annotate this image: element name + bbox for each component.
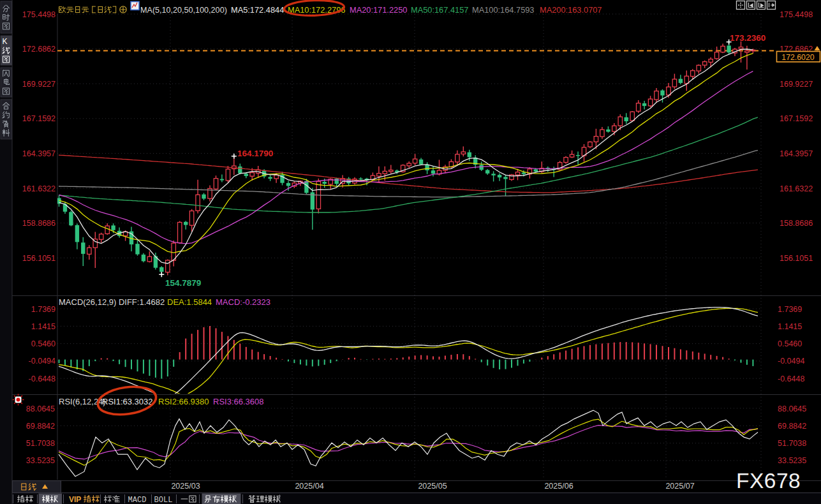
svg-text:164.3957: 164.3957: [22, 149, 55, 158]
svg-text:69.8842: 69.8842: [26, 422, 55, 431]
svg-text:1.1415: 1.1415: [778, 322, 802, 331]
svg-text:MA5:172.4844: MA5:172.4844: [231, 5, 284, 15]
svg-text:MACD:-0.2323: MACD:-0.2323: [216, 297, 270, 307]
svg-text:RSI2:66.9380: RSI2:66.9380: [158, 397, 209, 406]
svg-text:-0.0494: -0.0494: [778, 357, 804, 366]
svg-text:69.8842: 69.8842: [778, 422, 806, 431]
svg-text:169.9227: 169.9227: [22, 80, 55, 89]
svg-text:MA100:164.7593: MA100:164.7593: [472, 5, 534, 15]
svg-text:154.7879: 154.7879: [165, 278, 201, 288]
svg-text:167.1592: 167.1592: [22, 114, 55, 123]
svg-text:-0.6448: -0.6448: [29, 374, 55, 383]
svg-text:MA(5,10,20,50,100,200): MA(5,10,20,50,100,200): [140, 6, 227, 15]
svg-text:33.5235: 33.5235: [26, 456, 55, 465]
svg-text:2025/05: 2025/05: [418, 482, 447, 491]
svg-text:175.4498: 175.4498: [780, 10, 813, 19]
svg-text:156.1051: 156.1051: [780, 254, 813, 263]
svg-text:2025/07: 2025/07: [665, 482, 694, 491]
svg-text:158.8686: 158.8686: [22, 219, 55, 228]
svg-text:172.6862: 172.6862: [22, 45, 55, 54]
svg-text:-0.0494: -0.0494: [29, 357, 55, 366]
svg-text:161.6322: 161.6322: [780, 184, 813, 193]
svg-text:1.7369: 1.7369: [31, 305, 55, 314]
svg-text:156.1051: 156.1051: [22, 254, 55, 263]
svg-text:0.5460: 0.5460: [31, 339, 55, 348]
svg-text:173.2360: 173.2360: [730, 33, 766, 43]
svg-text:-0.6448: -0.6448: [778, 374, 804, 383]
svg-text:MACD(26,12,9) DIFF:1.4682: MACD(26,12,9) DIFF:1.4682: [59, 297, 165, 307]
svg-text:167.1592: 167.1592: [780, 114, 813, 123]
svg-text:33.5235: 33.5235: [778, 456, 806, 465]
svg-text:MA50:167.4157: MA50:167.4157: [411, 5, 468, 15]
svg-text:FX678: FX678: [736, 469, 801, 493]
svg-text:1.1415: 1.1415: [31, 322, 55, 331]
svg-text:51.7038: 51.7038: [26, 439, 55, 448]
svg-text:RSI1:63.3032: RSI1:63.3032: [102, 397, 153, 406]
svg-text:164.1790: 164.1790: [237, 149, 273, 158]
svg-text:158.8686: 158.8686: [780, 219, 813, 228]
svg-text:51.7038: 51.7038: [778, 439, 806, 448]
svg-text:172.6020: 172.6020: [781, 53, 814, 62]
svg-text:DEA:1.5844: DEA:1.5844: [167, 297, 212, 307]
svg-text:88.0645: 88.0645: [26, 404, 55, 413]
svg-text:MA200:163.0707: MA200:163.0707: [540, 5, 602, 15]
svg-text:88.0645: 88.0645: [778, 404, 806, 413]
svg-text:0.5460: 0.5460: [778, 339, 802, 348]
svg-text:2025/04: 2025/04: [295, 482, 323, 491]
svg-text:K: K: [3, 37, 8, 46]
svg-text:VIP: VIP: [69, 495, 81, 504]
svg-text:164.3957: 164.3957: [780, 149, 813, 158]
svg-text:2025/03: 2025/03: [171, 482, 200, 491]
svg-text:2025/06: 2025/06: [544, 482, 573, 491]
svg-text:175.4498: 175.4498: [22, 10, 55, 19]
svg-text:MACD: MACD: [128, 496, 147, 504]
svg-text:BOLL: BOLL: [154, 496, 173, 504]
svg-text:1.7369: 1.7369: [778, 305, 802, 314]
svg-text:RSI3:66.3608: RSI3:66.3608: [213, 397, 264, 406]
svg-text:MA20:171.2250: MA20:171.2250: [350, 5, 407, 15]
svg-text:169.9227: 169.9227: [780, 80, 813, 89]
svg-text:161.6322: 161.6322: [22, 184, 55, 193]
